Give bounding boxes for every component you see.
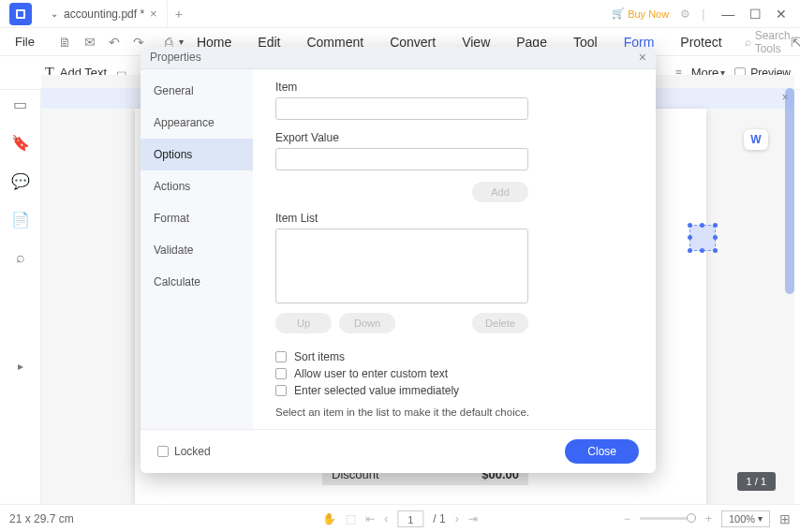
select-tool-icon[interactable]: ⬚: [346, 512, 356, 525]
tab-options[interactable]: Options: [141, 139, 253, 170]
locked-checkbox[interactable]: [157, 446, 169, 457]
zoom-slider[interactable]: [640, 517, 696, 520]
tab-chevron-icon: ⌄: [51, 8, 58, 19]
attachments-icon[interactable]: 📄: [11, 211, 30, 229]
custom-text-checkbox[interactable]: [275, 368, 287, 379]
titlebar-divider: |: [702, 7, 704, 21]
export-value-input[interactable]: [275, 148, 528, 170]
search-panel-icon[interactable]: ⌕: [16, 249, 25, 266]
item-input[interactable]: [275, 97, 528, 120]
dialog-nav: General Appearance Options Actions Forma…: [141, 69, 253, 429]
page-dimensions: 21 x 29.7 cm: [9, 512, 74, 525]
resize-handle[interactable]: [713, 235, 718, 240]
item-list-box[interactable]: [275, 229, 528, 303]
titlebar: ⌄ accounting.pdf * × + 🛒 Buy Now ⚙ | — ☐…: [0, 0, 800, 28]
dialog-close-icon[interactable]: ×: [639, 50, 646, 65]
page-total: / 1: [433, 512, 445, 525]
word-export-badge[interactable]: W: [744, 129, 768, 150]
left-sidebar: ▭ 🔖 💬 📄 ⌕ ▸: [0, 90, 41, 504]
search-tools[interactable]: ⌕Search Tools: [745, 29, 791, 55]
dialog-content: Item Export Value Add Item List Up Down …: [253, 69, 656, 429]
zoom-out-icon[interactable]: −: [624, 512, 630, 525]
dialog-title: Properties: [150, 51, 201, 64]
page-indicator-badge: 1 / 1: [737, 472, 776, 491]
dialog-titlebar[interactable]: Properties ×: [141, 47, 656, 69]
tab-format[interactable]: Format: [141, 202, 253, 234]
fit-page-icon[interactable]: ⊞: [779, 511, 791, 526]
item-list-label: Item List: [275, 212, 633, 225]
down-button[interactable]: Down: [339, 313, 395, 333]
zoom-in-icon[interactable]: +: [705, 512, 712, 525]
add-button[interactable]: Add: [472, 182, 528, 202]
statusbar: 21 x 29.7 cm ✋ ⬚ ⇤ ‹ 1 / 1 › ⇥ − + 100%▾…: [0, 504, 800, 532]
resize-handle[interactable]: [688, 235, 692, 240]
vertical-scrollbar[interactable]: [785, 88, 794, 294]
properties-dialog: Properties × General Appearance Options …: [141, 47, 656, 473]
tab-calculate[interactable]: Calculate: [141, 266, 253, 298]
custom-text-label: Allow user to enter custom text: [294, 367, 448, 380]
locked-toggle[interactable]: Locked: [157, 445, 211, 458]
close-button[interactable]: Close: [565, 439, 639, 464]
undo-icon[interactable]: ↶: [102, 35, 126, 50]
minimize-button[interactable]: —: [716, 7, 740, 22]
search-placeholder: Search Tools: [755, 29, 791, 55]
expand-sidebar-icon[interactable]: ▸: [18, 360, 23, 373]
dialog-footer: Locked Close: [141, 429, 656, 473]
hand-tool-icon[interactable]: ✋: [322, 512, 336, 525]
chevron-down-icon: ▾: [758, 510, 763, 527]
zoom-select[interactable]: 100%▾: [721, 510, 770, 527]
enter-value-checkbox[interactable]: [275, 385, 287, 396]
tab-appearance[interactable]: Appearance: [141, 107, 253, 139]
tab-title: accounting.pdf *: [64, 7, 144, 21]
mail-icon[interactable]: ✉: [78, 35, 102, 50]
export-value-label: Export Value: [275, 131, 633, 144]
sort-items-label: Sort items: [294, 350, 345, 363]
save-icon[interactable]: 🗎: [52, 35, 78, 50]
hint-text: Select an item in the list to make it th…: [275, 406, 633, 418]
resize-handle[interactable]: [713, 223, 718, 228]
tab-close-icon[interactable]: ×: [150, 7, 157, 21]
thumbnails-icon[interactable]: ▭: [13, 96, 27, 113]
page-number-input[interactable]: 1: [397, 510, 423, 527]
last-page-icon[interactable]: ⇥: [468, 512, 478, 525]
user-avatar-icon[interactable]: ⚙: [680, 7, 690, 21]
enter-value-label: Enter selected value immediately: [294, 384, 459, 397]
locked-label: Locked: [174, 445, 211, 458]
prev-page-icon[interactable]: ‹: [384, 512, 388, 525]
buy-now-label: Buy Now: [628, 8, 669, 20]
first-page-icon[interactable]: ⇤: [365, 512, 375, 525]
search-icon: ⌕: [745, 36, 751, 49]
up-button[interactable]: Up: [275, 313, 332, 333]
svg-rect-1: [18, 11, 23, 17]
resize-handle[interactable]: [688, 248, 692, 253]
close-window-button[interactable]: ✕: [770, 7, 793, 22]
tab-add-button[interactable]: +: [175, 7, 183, 22]
tab-validate[interactable]: Validate: [141, 234, 253, 266]
item-label: Item: [275, 81, 633, 94]
menu-protect[interactable]: Protect: [667, 35, 734, 50]
resize-handle[interactable]: [688, 223, 692, 228]
delete-button[interactable]: Delete: [472, 313, 528, 333]
zoom-thumb[interactable]: [687, 513, 696, 523]
tab-general[interactable]: General: [141, 75, 253, 107]
resize-handle[interactable]: [700, 223, 704, 228]
share-icon[interactable]: ⇱: [791, 35, 800, 50]
buy-now-link[interactable]: 🛒 Buy Now: [612, 7, 669, 20]
next-page-icon[interactable]: ›: [455, 512, 459, 525]
file-menu[interactable]: File: [6, 35, 44, 49]
sort-items-checkbox[interactable]: [275, 351, 287, 362]
zoom-value: 100%: [729, 510, 755, 527]
document-tab[interactable]: ⌄ accounting.pdf * ×: [41, 1, 168, 27]
comments-icon[interactable]: 💬: [11, 172, 30, 190]
tab-actions[interactable]: Actions: [141, 170, 253, 202]
resize-handle[interactable]: [700, 248, 704, 253]
selected-form-field[interactable]: [689, 225, 716, 251]
app-logo[interactable]: [9, 3, 32, 25]
bookmarks-icon[interactable]: 🔖: [11, 134, 30, 152]
resize-handle[interactable]: [713, 248, 718, 253]
maximize-button[interactable]: ☐: [744, 7, 767, 22]
